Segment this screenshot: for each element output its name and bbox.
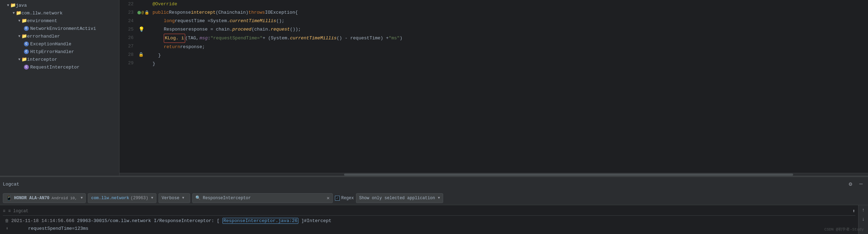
sidebar-item-label: RequestInterceptor bbox=[30, 65, 79, 70]
folder-icon: 📁 bbox=[21, 57, 27, 62]
file-icon-c: C bbox=[24, 65, 29, 70]
folder-icon: 📁 bbox=[21, 33, 27, 39]
log-timestamp: 2021-11-18 14:14:56.666 bbox=[11, 218, 77, 223]
log-pid: 29963-30015/com.llw.network bbox=[77, 218, 154, 223]
device-dropdown-arrow: ▼ bbox=[80, 196, 83, 200]
editor-area: ▼ 📁 java ▼ 📁 com.llw.network ▼ 📁 environ… bbox=[0, 0, 868, 176]
gutter-icons: @ 🔒 💡 🔒 bbox=[137, 0, 150, 173]
show-selected-label: Show only selected application bbox=[359, 196, 435, 201]
sidebar-item-request-interceptor[interactable]: C RequestInterceptor bbox=[0, 63, 119, 71]
sidebar-item-network-env-activi[interactable]: C NetworkEnvironmentActivi bbox=[0, 25, 119, 32]
sidebar-item-label: ExceptionHandle bbox=[30, 41, 71, 47]
logcat-panel: Logcat ⚙ — 📱 HONOR ALA-AN70 Android 10, … bbox=[0, 176, 868, 234]
expand-arrow: ▼ bbox=[7, 4, 9, 7]
sidebar-item-http-error-handler[interactable]: C HttpErrorHandler bbox=[0, 48, 119, 56]
sidebar-item-label: NetworkEnvironmentActivi bbox=[30, 26, 96, 31]
app-selector[interactable]: com.llw.network (29963) ▼ bbox=[88, 193, 156, 203]
horizontal-scrollbar[interactable] bbox=[119, 173, 868, 176]
watermark: CSDN @初学者-Study bbox=[824, 227, 864, 232]
logcat-header-text: ≡ logcat bbox=[8, 209, 28, 214]
annotation-override: @Override bbox=[153, 0, 177, 8]
scroll-up-button[interactable]: ⬆ bbox=[853, 208, 855, 214]
sidebar-item-com-llw-network[interactable]: ▼ 📁 com.llw.network bbox=[0, 9, 119, 17]
side-scroll-down-button[interactable]: ↓ bbox=[860, 216, 867, 223]
code-content: @Override public Response intercept ( Ch… bbox=[150, 0, 868, 173]
regex-checkbox[interactable]: ✓ Regex bbox=[335, 196, 354, 201]
clear-search-button[interactable]: ✕ bbox=[327, 195, 330, 201]
regex-label: Regex bbox=[341, 196, 354, 201]
sidebar-item-label: errorhandler bbox=[27, 34, 60, 39]
file-tree-sidebar: ▼ 📁 java ▼ 📁 com.llw.network ▼ 📁 environ… bbox=[0, 0, 119, 176]
file-icon-c: C bbox=[24, 26, 29, 31]
log-level-label: Verbose bbox=[162, 196, 179, 201]
device-os: Android 10, bbox=[52, 196, 77, 200]
close-logcat-button[interactable]: — bbox=[857, 180, 865, 188]
sidebar-item-environment[interactable]: ▼ 📁 environment bbox=[0, 17, 119, 25]
file-icon-c: C bbox=[24, 49, 29, 54]
log-trash-icon[interactable]: 🗑 bbox=[3, 217, 11, 225]
logcat-titlebar: Logcat ⚙ — bbox=[0, 176, 868, 191]
sidebar-item-label: environment bbox=[27, 18, 57, 24]
sidebar-item-java[interactable]: ▼ 📁 java bbox=[0, 1, 119, 9]
search-icon: 🔍 bbox=[195, 195, 201, 201]
log-line-2: ⬇ requestSpendTime=123ms bbox=[3, 225, 855, 233]
log-line-1: 🗑 2021-11-18 14:14:56.666 29963-30015/co… bbox=[3, 217, 855, 225]
log-tag: I/ResponseInterceptor: bbox=[154, 218, 217, 223]
log-down-arrow-icon[interactable]: ⬇ bbox=[3, 225, 11, 233]
sidebar-item-label: HttpErrorHandler bbox=[30, 49, 74, 54]
log-indent-text: requestSpendTime=123ms bbox=[28, 226, 89, 231]
logcat-filter-bar: 📱 HONOR ALA-AN70 Android 10, ▼ com.llw.n… bbox=[0, 191, 868, 205]
app-dropdown-arrow: ▼ bbox=[151, 196, 153, 200]
device-selector[interactable]: 📱 HONOR ALA-AN70 Android 10, ▼ bbox=[3, 193, 86, 203]
level-dropdown-arrow: ▼ bbox=[182, 196, 184, 200]
code-line-25: Response response = chain. proceed (chai… bbox=[153, 25, 868, 34]
logcat-bottom: ≡ ≡ logcat ⬆ 🗑 2021-11-18 14:14:56.666 2… bbox=[0, 205, 868, 234]
logcat-output: ≡ ≡ logcat ⬆ 🗑 2021-11-18 14:14:56.666 2… bbox=[0, 205, 858, 234]
expand-arrow: ▼ bbox=[18, 58, 20, 61]
lock-icon: 🔒 bbox=[144, 8, 149, 17]
device-icon: 📱 bbox=[6, 195, 12, 201]
expand-arrow: ▼ bbox=[18, 34, 20, 38]
annotation-marker: @ bbox=[142, 8, 144, 17]
code-line-23: public Response intercept ( Chain chain)… bbox=[153, 8, 868, 17]
sidebar-item-exception-handle[interactable]: C ExceptionHandle bbox=[0, 40, 119, 48]
checkbox-check-icon: ✓ bbox=[336, 196, 338, 200]
breakpoint-dot[interactable] bbox=[137, 11, 141, 14]
code-scroll-area: 22 23 24 25 26 27 28 29 @ 🔒 bbox=[119, 0, 868, 173]
show-selected-selector[interactable]: Show only selected application ▼ bbox=[356, 193, 443, 203]
sidebar-item-label: interceptor bbox=[27, 57, 57, 62]
code-line-26: KLog. i ( TAG, msg : "requestSpendTime="… bbox=[153, 34, 868, 43]
log-file-link[interactable]: ResponseInterceptor.java:26 bbox=[222, 218, 299, 224]
folder-icon: 📁 bbox=[21, 18, 27, 24]
side-scroll-up-button[interactable]: ↑ bbox=[860, 207, 867, 214]
code-line-28: } bbox=[153, 51, 868, 60]
sidebar-item-label: java bbox=[16, 3, 27, 8]
folder-icon: 📁 bbox=[16, 10, 21, 16]
klog-call-highlight: KLog. i bbox=[164, 34, 185, 43]
device-name: HONOR ALA-AN70 bbox=[14, 196, 50, 201]
menu-icon: ≡ bbox=[3, 209, 5, 214]
sidebar-item-errorhandler[interactable]: ▼ 📁 errorhandler bbox=[0, 32, 119, 40]
log-text-2: requestSpendTime=123ms bbox=[11, 225, 855, 233]
logcat-search-box[interactable]: 🔍 ResponseInterceptor ✕ bbox=[192, 193, 333, 203]
code-editor: 22 23 24 25 26 27 28 29 @ 🔒 bbox=[119, 0, 868, 176]
log-text-1: 2021-11-18 14:14:56.666 29963-30015/com.… bbox=[11, 217, 855, 225]
file-icon-c: C bbox=[24, 41, 29, 46]
sidebar-item-label: com.llw.network bbox=[21, 11, 63, 16]
code-line-29: } bbox=[153, 60, 868, 68]
logcat-title: Logcat bbox=[3, 182, 19, 187]
bulb-icon[interactable]: 💡 bbox=[138, 25, 144, 34]
log-level-selector[interactable]: Verbose ▼ bbox=[158, 193, 190, 203]
gear-settings-button[interactable]: ⚙ bbox=[846, 180, 855, 188]
code-line-22: @Override bbox=[153, 0, 868, 8]
logcat-output-header: ≡ ≡ logcat ⬆ bbox=[3, 207, 855, 216]
sidebar-item-interceptor[interactable]: ▼ 📁 interceptor bbox=[0, 56, 119, 63]
checkbox-box[interactable]: ✓ bbox=[335, 196, 340, 201]
code-line-27: return response; bbox=[153, 43, 868, 51]
log-bracket-open: [ bbox=[217, 218, 222, 223]
line-numbers: 22 23 24 25 26 27 28 29 bbox=[119, 0, 137, 173]
logcat-header-label: ≡ ≡ logcat bbox=[3, 209, 28, 214]
code-line-24: long requestTime = System. currentTimeMi… bbox=[153, 17, 868, 25]
lock-icon: 🔒 bbox=[138, 51, 144, 59]
logcat-scroll-icons: ⬆ bbox=[853, 208, 855, 214]
